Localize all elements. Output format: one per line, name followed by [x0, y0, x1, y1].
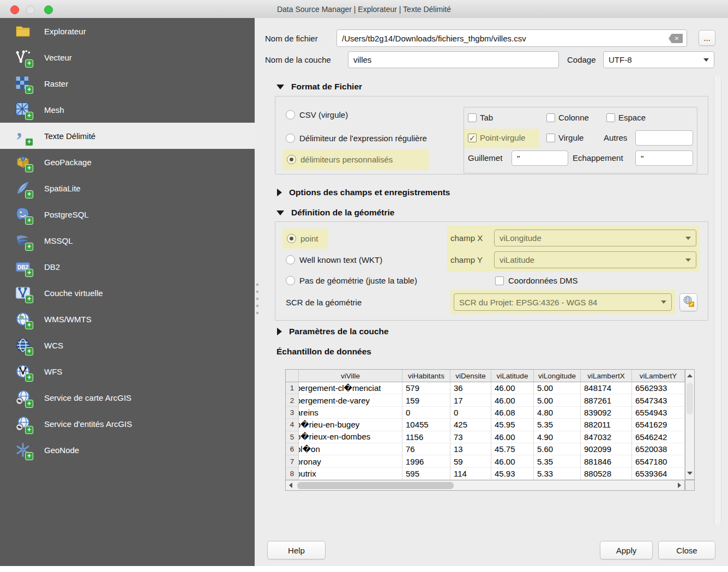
champ-y-dropdown[interactable]: viLatitude — [494, 251, 696, 268]
cell: 6546242 — [632, 431, 685, 443]
guillemet-input[interactable]: " — [512, 150, 568, 166]
table-vertical-scrollbar[interactable] — [685, 369, 695, 480]
wkt-radio-label[interactable]: Well known text (WKT) — [299, 255, 382, 266]
cell-viville: b�rieux-en-dombes — [299, 431, 402, 443]
sidebar-item-wfs[interactable]: WFS — [0, 358, 255, 384]
layer-settings-section-header[interactable]: Paramètres de la couche — [277, 327, 389, 336]
dialog-scrollbar-gutter[interactable] — [714, 76, 721, 525]
cell-viville: bronay — [299, 455, 402, 467]
sidebar-item-arcgis-map-service[interactable]: Service de carte ArcGIS — [0, 384, 255, 411]
point-virgule-checkbox-label[interactable]: Point-virgule — [480, 133, 525, 143]
colonne-checkbox-label[interactable]: Colonne — [558, 112, 589, 123]
sidebar-item-postgresql[interactable]: PostgreSQL — [0, 201, 255, 227]
hscroll-thumb[interactable] — [297, 482, 454, 489]
cell: 425 — [450, 419, 491, 431]
cell-viville: bergement-de-varey — [299, 394, 402, 406]
no-geometry-radio-label[interactable]: Pas de géométrie (juste la table) — [299, 275, 417, 286]
scroll-right-icon[interactable] — [675, 480, 684, 490]
point-radio[interactable] — [287, 234, 296, 243]
browse-file-button[interactable]: ... — [699, 30, 715, 46]
custom-delimiters-radio-label[interactable]: délimiteurs personnalisés — [300, 154, 393, 165]
sidebar-item-geonode[interactable]: GeoNode — [0, 437, 255, 463]
point-virgule-checkbox[interactable] — [468, 134, 477, 142]
section-title: Échantillon de données — [276, 347, 371, 357]
cell: 4.90 — [534, 431, 581, 443]
source-type-sidebar: Explorateur Vecteur Raster Mesh , Texte … — [0, 18, 255, 566]
layer-name-input[interactable]: villes — [348, 51, 559, 68]
wcs-icon — [15, 337, 31, 353]
apply-button[interactable]: Apply — [600, 541, 653, 559]
sidebar-item-couche-virtuelle[interactable]: Couche virtuelle — [0, 280, 255, 306]
sidebar-item-raster[interactable]: Raster — [0, 70, 255, 97]
autres-label: Autres — [604, 133, 627, 143]
geometry-section-header[interactable]: Définition de la géométrie — [276, 208, 394, 218]
colonne-checkbox[interactable] — [546, 113, 555, 122]
table-horizontal-scrollbar[interactable] — [285, 480, 685, 491]
csv-radio[interactable] — [286, 110, 295, 119]
espace-checkbox-label[interactable]: Espace — [618, 112, 646, 123]
sidebar-item-wms-wmts[interactable]: WMS/WMTS — [0, 306, 255, 332]
custom-delimiters-radio[interactable] — [287, 155, 296, 164]
sidebar-item-spatialite[interactable]: SpatiaLite — [0, 175, 255, 201]
select-crs-button[interactable] — [679, 293, 697, 311]
tab-checkbox-label[interactable]: Tab — [480, 112, 493, 123]
sidebar-item-geopackage[interactable]: GeoPackage — [0, 149, 255, 175]
sidebar-item-label: Vecteur — [44, 53, 72, 62]
corner-header-cell — [286, 370, 299, 382]
sidebar-item-db2[interactable]: DB2 DB2 — [0, 254, 255, 280]
help-button[interactable]: Help — [267, 541, 326, 559]
autres-input[interactable] — [635, 130, 693, 146]
cell-viville: bergement-cl�menciat — [299, 382, 402, 394]
dms-checkbox-label[interactable]: Coordonnées DMS — [508, 275, 578, 286]
sidebar-item-arcgis-feature-service[interactable]: Service d'entités ArcGIS — [0, 411, 255, 437]
sidebar-item-label: Mesh — [44, 105, 64, 115]
chevron-down-icon — [703, 58, 709, 62]
regex-delimiter-radio[interactable] — [286, 134, 295, 143]
tab-checkbox[interactable] — [468, 113, 477, 122]
sidebar-item-texte-delimite[interactable]: , Texte Délimité — [0, 123, 255, 149]
scr-dropdown[interactable]: SCR du Projet: EPSG:4326 - WGS 84 — [454, 293, 672, 311]
cell-viville: bl�on — [299, 443, 402, 455]
espace-checkbox[interactable] — [606, 113, 615, 122]
wkt-radio[interactable] — [286, 255, 295, 264]
cell: 13 — [450, 443, 491, 455]
sidebar-item-mssql[interactable]: MSSQL — [0, 227, 255, 254]
arcgis-feature-service-icon — [15, 416, 31, 432]
scroll-left-icon[interactable] — [286, 480, 296, 490]
sample-data-table: viVille viHabitants viDensite viLatitude… — [285, 369, 685, 480]
section-title: Format de Fichier — [291, 82, 362, 92]
no-geometry-radio[interactable] — [286, 276, 295, 285]
close-button[interactable]: Close — [658, 541, 715, 559]
encoding-dropdown[interactable]: UTF-8 — [603, 51, 714, 68]
cell: 45.93 — [491, 468, 534, 480]
sidebar-item-explorateur[interactable]: Explorateur — [0, 18, 255, 44]
delimited-text-icon: , — [15, 128, 31, 144]
cell: 579 — [402, 382, 450, 394]
csv-radio-label[interactable]: CSV (virgule) — [299, 110, 348, 121]
row-number: 5 — [286, 431, 299, 443]
vscroll-thumb[interactable] — [687, 383, 693, 414]
scroll-down-icon[interactable] — [685, 467, 694, 479]
scr-label: SCR de la géométrie — [286, 297, 362, 308]
dms-checkbox[interactable] — [495, 276, 504, 285]
sidebar-item-mesh[interactable]: Mesh — [0, 97, 255, 123]
virgule-checkbox-label[interactable]: Virgule — [558, 133, 583, 143]
file-format-section-header[interactable]: Format de Fichier — [276, 82, 362, 92]
cell: 6539364 — [632, 468, 685, 480]
sidebar-item-wcs[interactable]: WCS — [0, 332, 255, 358]
guillemet-label: Guillemet — [468, 153, 502, 164]
cell: 45.95 — [491, 419, 534, 431]
virgule-checkbox[interactable] — [546, 134, 555, 142]
sidebar-splitter[interactable] — [255, 18, 262, 566]
row-number: 6 — [286, 443, 299, 455]
scroll-up-icon[interactable] — [685, 370, 694, 382]
row-number: 7 — [286, 455, 299, 467]
sidebar-item-vecteur[interactable]: Vecteur — [0, 44, 255, 70]
point-radio-label[interactable]: point — [300, 233, 318, 244]
panel-edge — [721, 76, 721, 525]
file-name-input[interactable]: /Users/tb2g14/Downloads/fichiers_thgbm/v… — [336, 29, 687, 47]
regex-delimiter-radio-label[interactable]: Délimiteur de l'expression régulière — [299, 133, 427, 144]
fields-options-section-header[interactable]: Options des champs et enregistrements — [277, 188, 450, 197]
echappement-input[interactable]: " — [635, 150, 693, 166]
champ-x-dropdown[interactable]: viLongitude — [494, 230, 696, 246]
